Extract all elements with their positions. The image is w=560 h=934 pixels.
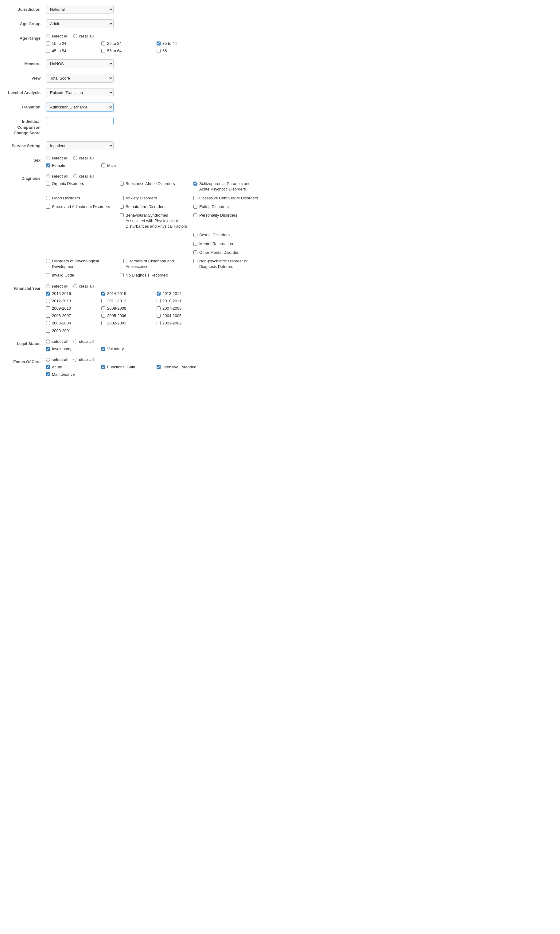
age-group-select[interactable]: Adult Child Older Person — [46, 19, 114, 28]
diag-childhood-checkbox[interactable] — [120, 259, 124, 263]
fy-2003-2004-checkbox[interactable] — [46, 321, 50, 325]
foc-maintenance-label[interactable]: Maintenance — [52, 372, 75, 377]
diag-personality-label[interactable]: Personality Disorders — [199, 213, 237, 218]
fy-2002-2003-label[interactable]: 2002-2003 — [107, 321, 126, 326]
view-select[interactable]: Total Score Subscale Item — [46, 74, 114, 83]
fy-2004-2005-label[interactable]: 2004-2005 — [162, 313, 182, 319]
diag-non-psychiatric-label[interactable]: Non-psychiatric Disorder or Diagnosis De… — [199, 258, 261, 270]
diag-mental-retardation-checkbox[interactable] — [194, 242, 197, 246]
fy-2010-2011-checkbox[interactable] — [157, 299, 161, 303]
fy-2005-2006-label[interactable]: 2005-2006 — [107, 313, 126, 319]
service-setting-select[interactable]: Inpatient Ambulatory Non-Acute Inpatient — [46, 141, 114, 150]
age-range-select-all[interactable]: select all — [46, 34, 68, 39]
fy-2013-2014-label[interactable]: 2013-2014 — [162, 291, 182, 296]
fy-2012-2013-label[interactable]: 2012-2013 — [52, 298, 71, 304]
diag-other-mental-checkbox[interactable] — [194, 250, 197, 254]
diag-eating-checkbox[interactable] — [194, 205, 197, 209]
diagnosis-select-all[interactable]: select all — [46, 174, 68, 179]
foc-intensive-extended-checkbox[interactable] — [157, 365, 161, 369]
legal-status-select-all[interactable]: select all — [46, 339, 68, 344]
focus-of-care-clear-all-radio[interactable] — [73, 358, 77, 362]
diag-substance-label[interactable]: Substance Abuse Disorders — [126, 181, 175, 186]
focus-of-care-clear-all[interactable]: clear all — [73, 357, 94, 362]
foc-maintenance-checkbox[interactable] — [46, 372, 50, 376]
sex-male-label[interactable]: Male — [107, 163, 116, 168]
focus-of-care-select-all-radio[interactable] — [46, 358, 50, 362]
diag-psych-dev-label[interactable]: Disorders of Psychological Development — [52, 258, 114, 270]
fy-2009-2010-label[interactable]: 2009-2010 — [52, 306, 71, 311]
foc-functional-gain-label[interactable]: Functional Gain — [107, 364, 135, 370]
age-range-clear-all-radio[interactable] — [73, 34, 77, 38]
diagnosis-clear-all[interactable]: clear all — [73, 174, 94, 179]
diag-non-psychiatric-checkbox[interactable] — [194, 259, 197, 263]
age-range-15to24-label[interactable]: 15 to 24 — [52, 41, 66, 46]
age-range-55to64-label[interactable]: 55 to 64 — [107, 48, 122, 54]
fy-2005-2006-checkbox[interactable] — [101, 314, 105, 317]
legal-involuntary-checkbox[interactable] — [46, 347, 50, 351]
legal-status-clear-all-radio[interactable] — [73, 339, 77, 344]
fy-2015-2016-label[interactable]: 2015-2016 — [52, 291, 71, 296]
financial-year-clear-all-radio[interactable] — [73, 284, 77, 288]
fy-2014-2015-label[interactable]: 2014-2015 — [107, 291, 126, 296]
diag-stress-checkbox[interactable] — [46, 205, 50, 209]
fy-2008-2009-label[interactable]: 2008-2009 — [107, 306, 126, 311]
fy-2007-2008-label[interactable]: 2007-2008 — [162, 306, 182, 311]
financial-year-clear-all[interactable]: clear all — [73, 284, 94, 288]
legal-status-clear-all[interactable]: clear all — [73, 339, 94, 344]
legal-voluntary-checkbox[interactable] — [101, 347, 105, 351]
age-range-35to44-label[interactable]: 35 to 44 — [162, 41, 177, 46]
level-of-analysis-select[interactable]: Episode Transition Collection Occasion — [46, 88, 114, 97]
fy-2006-2007-label[interactable]: 2006-2007 — [52, 313, 71, 319]
fy-2006-2007-checkbox[interactable] — [46, 314, 50, 317]
sex-clear-all-radio[interactable] — [73, 156, 77, 160]
diag-organic-label[interactable]: Organic Disorders — [52, 181, 84, 186]
fy-2011-2012-checkbox[interactable] — [101, 299, 105, 303]
diag-anxiety-label[interactable]: Anxiety Disorders — [126, 196, 157, 201]
legal-voluntary-label[interactable]: Voluntary — [107, 346, 124, 352]
diag-no-diagnosis-checkbox[interactable] — [120, 273, 124, 277]
foc-intensive-extended-label[interactable]: Intensive Extended — [162, 364, 197, 370]
diag-other-mental-label[interactable]: Other Mental Disorder — [199, 250, 238, 255]
diag-mood-checkbox[interactable] — [46, 196, 50, 200]
sex-male-checkbox[interactable] — [101, 163, 105, 168]
diag-organic-checkbox[interactable] — [46, 182, 50, 186]
fy-2001-2002-label[interactable]: 2001-2002 — [162, 321, 182, 326]
legal-involuntary-label[interactable]: Involuntary — [52, 346, 72, 352]
age-range-15to24-checkbox[interactable] — [46, 42, 50, 45]
diag-invalid-checkbox[interactable] — [46, 273, 50, 277]
fy-2004-2005-checkbox[interactable] — [157, 314, 161, 317]
fy-2015-2016-checkbox[interactable] — [46, 291, 50, 296]
age-range-25to34-checkbox[interactable] — [101, 42, 105, 45]
diag-sexual-label[interactable]: Sexual Disorders — [199, 232, 230, 238]
age-range-65plus-label[interactable]: 65+ — [162, 48, 169, 54]
age-range-25to34-label[interactable]: 25 to 34 — [107, 41, 122, 46]
fy-2003-2004-label[interactable]: 2003-2004 — [52, 321, 71, 326]
foc-acute-checkbox[interactable] — [46, 365, 50, 369]
fy-2014-2015-checkbox[interactable] — [101, 291, 105, 296]
fy-2007-2008-checkbox[interactable] — [157, 306, 161, 310]
diag-ocd-label[interactable]: Obsessive Compulsive Disorders — [199, 196, 258, 201]
age-range-45to54-label[interactable]: 45 to 54 — [52, 48, 66, 54]
fy-2009-2010-checkbox[interactable] — [46, 306, 50, 310]
diag-somatoform-checkbox[interactable] — [120, 205, 124, 209]
age-range-35to44-checkbox[interactable] — [157, 42, 161, 45]
fy-2013-2014-checkbox[interactable] — [157, 291, 161, 296]
fy-2012-2013-checkbox[interactable] — [46, 299, 50, 303]
diag-mental-retardation-label[interactable]: Mental Retardation — [199, 241, 233, 247]
diag-eating-label[interactable]: Eating Disorders — [199, 204, 229, 210]
foc-acute-label[interactable]: Acute — [52, 364, 62, 370]
fy-2002-2003-checkbox[interactable] — [101, 321, 105, 325]
fy-2000-2001-label[interactable]: 2000-2001 — [52, 328, 71, 334]
fy-2011-2012-label[interactable]: 2011-2012 — [107, 298, 126, 304]
sex-select-all-radio[interactable] — [46, 156, 50, 160]
legal-status-select-all-radio[interactable] — [46, 339, 50, 344]
fy-2010-2011-label[interactable]: 2010-2011 — [162, 298, 182, 304]
measure-select[interactable]: HoNOS HoNOSCA HoNOS 65+ — [46, 59, 114, 68]
age-range-clear-all[interactable]: clear all — [73, 34, 94, 39]
sex-female-checkbox[interactable] — [46, 163, 50, 168]
diagnosis-clear-all-radio[interactable] — [73, 174, 77, 178]
focus-of-care-select-all[interactable]: select all — [46, 357, 68, 362]
sex-clear-all[interactable]: clear all — [73, 156, 94, 160]
diag-sexual-checkbox[interactable] — [194, 233, 197, 237]
jurisdiction-select[interactable]: National State Territory — [46, 5, 114, 14]
